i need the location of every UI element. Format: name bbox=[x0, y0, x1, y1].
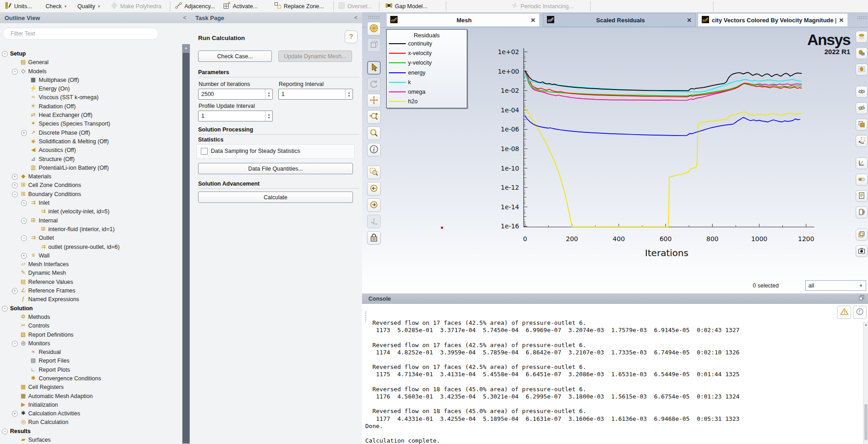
iterations-input[interactable]: 2500 ▲▼ bbox=[198, 89, 273, 100]
iterations-spinner[interactable]: ▲▼ bbox=[265, 89, 272, 99]
tree-item-outlet[interactable]: −⇉Outlet bbox=[0, 234, 182, 242]
cursor-button[interactable] bbox=[367, 61, 381, 75]
console-scrollbar[interactable]: ▲ bbox=[863, 322, 868, 444]
magnifier-button[interactable] bbox=[367, 126, 381, 140]
tree-item-internal[interactable]: −⊞Internal bbox=[0, 217, 182, 225]
data-sampling-checkbox[interactable] bbox=[201, 148, 208, 155]
expand-icon[interactable]: + bbox=[12, 174, 18, 180]
tree-item-wall[interactable]: +≡Wall bbox=[0, 252, 182, 260]
view-prev-button[interactable] bbox=[367, 182, 381, 196]
tree-item-inlet-velocity-inlet-id-5[interactable]: ⇉inlet (velocity-inlet, id=5) bbox=[0, 207, 182, 216]
left-toolbar-grip[interactable] bbox=[368, 15, 380, 19]
collapse-icon[interactable]: − bbox=[21, 200, 27, 206]
profile-input[interactable]: 1 ▲▼ bbox=[198, 111, 273, 121]
tree-item-initialization[interactable]: ▶Initialization bbox=[0, 401, 182, 409]
tree-item-potential-li-ion-battery-off[interactable]: ▥Potential/Li-ion Battery (Off) bbox=[0, 164, 182, 172]
tree-item-setup[interactable]: −Setup bbox=[0, 50, 182, 58]
tree-item-heat-exchanger-off[interactable]: ⇄Heat Exchanger (Off) bbox=[0, 111, 182, 120]
tree-item-reference-frames[interactable]: +∠Reference Frames bbox=[0, 287, 182, 295]
eye-slash-button[interactable] bbox=[856, 102, 868, 114]
mesh-ellipse-button[interactable] bbox=[856, 64, 868, 76]
eye-button[interactable] bbox=[856, 86, 868, 98]
tree-item-inlet[interactable]: −⇉Inlet bbox=[0, 199, 182, 207]
collapse-icon[interactable]: − bbox=[2, 51, 8, 57]
toolbar-item-units[interactable]: Units... bbox=[5, 0, 32, 12]
tree-item-cell-zone-conditions[interactable]: +⊞Cell Zone Conditions bbox=[0, 181, 182, 190]
reporting-input[interactable]: 1 ▲▼ bbox=[278, 89, 353, 100]
zoom-inout-button[interactable] bbox=[367, 110, 381, 124]
outline-scrollbar[interactable]: ▲ bbox=[182, 44, 190, 444]
task-page-collapse-icon[interactable]: < bbox=[354, 15, 357, 21]
tree-item-boundary-conditions[interactable]: −⊞Boundary Conditions bbox=[0, 190, 182, 199]
tree-item-named-expressions[interactable]: ƒNamed Expressions bbox=[0, 295, 182, 304]
shaded-ellipse-button[interactable] bbox=[856, 31, 868, 43]
expand-icon[interactable]: + bbox=[21, 130, 27, 136]
tree-item-solidification-melting-off[interactable]: ◈Solidification & Melting (Off) bbox=[0, 137, 182, 146]
tree-item-convergence-conditions[interactable]: ✱Convergence Conditions bbox=[0, 374, 182, 383]
collapse-icon[interactable]: − bbox=[21, 235, 27, 241]
expand-icon[interactable]: + bbox=[21, 253, 27, 259]
toolbar-item-check[interactable]: Check▾ bbox=[46, 0, 66, 12]
pan-button[interactable] bbox=[367, 94, 381, 107]
tree-item-mesh-interfaces[interactable]: ▱Mesh Interfaces bbox=[0, 260, 182, 269]
profile-value[interactable]: 1 bbox=[199, 113, 265, 119]
tree-item-materials[interactable]: +◆Materials bbox=[0, 172, 182, 181]
view-next-button[interactable] bbox=[367, 198, 381, 212]
tree-item-general[interactable]: ▤General bbox=[0, 58, 182, 67]
toolbar-item-adjacency[interactable]: Adjacency... bbox=[175, 0, 215, 12]
tree-item-acoustics-off[interactable]: ◀Acoustics (Off) bbox=[0, 146, 182, 155]
copy-object-button[interactable] bbox=[856, 119, 868, 131]
toolbar-item-gap-model[interactable]: Gap Model... bbox=[385, 0, 428, 12]
tree-item-energy-on[interactable]: ⚡Energy (On) bbox=[0, 85, 182, 93]
toolbar-item-quality[interactable]: Quality▾ bbox=[77, 0, 100, 12]
check-case-button[interactable]: Check Case... bbox=[198, 50, 272, 62]
tab-close-icon[interactable]: ✕ bbox=[687, 17, 692, 24]
sphere-mesh-button[interactable] bbox=[367, 22, 381, 35]
tree-item-cell-registers[interactable]: ▦Cell Registers bbox=[0, 383, 182, 392]
reporting-value[interactable]: 1 bbox=[279, 91, 345, 97]
report-doc-button[interactable] bbox=[856, 190, 868, 202]
tree-item-solution[interactable]: −Solution bbox=[0, 304, 182, 313]
collapse-icon[interactable]: − bbox=[21, 218, 27, 224]
collapse-icon[interactable]: − bbox=[12, 192, 18, 197]
tree-item-discrete-phase-off[interactable]: +↗Discrete Phase (Off) bbox=[0, 129, 182, 137]
toolbar-item-activate[interactable]: Activate... bbox=[223, 0, 258, 12]
tree-item-outlet-pressure-outlet-id-6[interactable]: ⇉outlet (pressure-outlet, id=6) bbox=[0, 243, 182, 252]
tree-item-calculation-activities[interactable]: +✱Calculation Activities bbox=[0, 409, 182, 418]
tree-item-reference-values[interactable]: ▤Reference Values bbox=[0, 278, 182, 287]
layers-button[interactable] bbox=[856, 229, 868, 241]
lock-eye-button[interactable] bbox=[367, 231, 381, 245]
iterations-value[interactable]: 2500 bbox=[199, 91, 265, 97]
tab-scaled-residuals[interactable]: Scaled Residuals✕ bbox=[543, 13, 696, 27]
axes-2d-button[interactable] bbox=[856, 157, 868, 169]
tree-item-structure-off[interactable]: ⊿Structure (Off) bbox=[0, 155, 182, 164]
console-scroll-up-icon[interactable]: ▲ bbox=[863, 322, 868, 328]
collapse-icon[interactable]: − bbox=[12, 69, 18, 75]
tab-close-icon[interactable]: ✕ bbox=[839, 17, 844, 24]
two-blob-button[interactable] bbox=[856, 47, 868, 59]
tree-item-surfaces[interactable]: ▰Surfaces bbox=[0, 436, 182, 444]
scrollbar-up-icon[interactable]: ▲ bbox=[182, 44, 190, 52]
tab-city-vectors-colored-by-velocity-magnitude-r[interactable]: city Vectors Colored By Velocity Magnitu… bbox=[698, 13, 848, 27]
camera-button[interactable] bbox=[856, 245, 868, 257]
outline-collapse-icon[interactable]: < bbox=[183, 15, 186, 21]
profile-spinner[interactable]: ▲▼ bbox=[265, 111, 272, 121]
tree-item-species-species-transport[interactable]: ✶Species (Species Transport) bbox=[0, 120, 182, 128]
tree-item-radiation-off[interactable]: ☀Radiation (Off) bbox=[0, 102, 182, 111]
expand-icon[interactable]: + bbox=[12, 411, 18, 417]
tree-item-residual[interactable]: ≈Residual bbox=[0, 348, 182, 357]
tab-mesh[interactable]: Mesh✕ bbox=[386, 13, 540, 27]
tree-item-methods[interactable]: ⚙Methods bbox=[0, 313, 182, 322]
tree-item-automatic-mesh-adaption[interactable]: ▦Automatic Mesh Adaption bbox=[0, 392, 182, 401]
console-popout-icon[interactable] bbox=[858, 295, 865, 303]
exit-door-button[interactable] bbox=[856, 207, 868, 218]
selection-dropdown[interactable]: all ▼ bbox=[805, 280, 866, 291]
scrollbar-thumb[interactable] bbox=[183, 53, 189, 443]
expand-icon[interactable]: + bbox=[12, 288, 18, 294]
tree-item-viscous-sst-k-omega[interactable]: ≈Viscous (SST k-omega) bbox=[0, 93, 182, 102]
tree-item-monitors[interactable]: −◎Monitors bbox=[0, 339, 182, 348]
tree-item-report-plots[interactable]: ∟Report Plots bbox=[0, 366, 182, 374]
tree-item-run-calculation[interactable]: ◎Run Calculation bbox=[0, 418, 182, 427]
help-button[interactable]: ? bbox=[345, 30, 357, 43]
expand-icon[interactable]: + bbox=[12, 182, 18, 188]
